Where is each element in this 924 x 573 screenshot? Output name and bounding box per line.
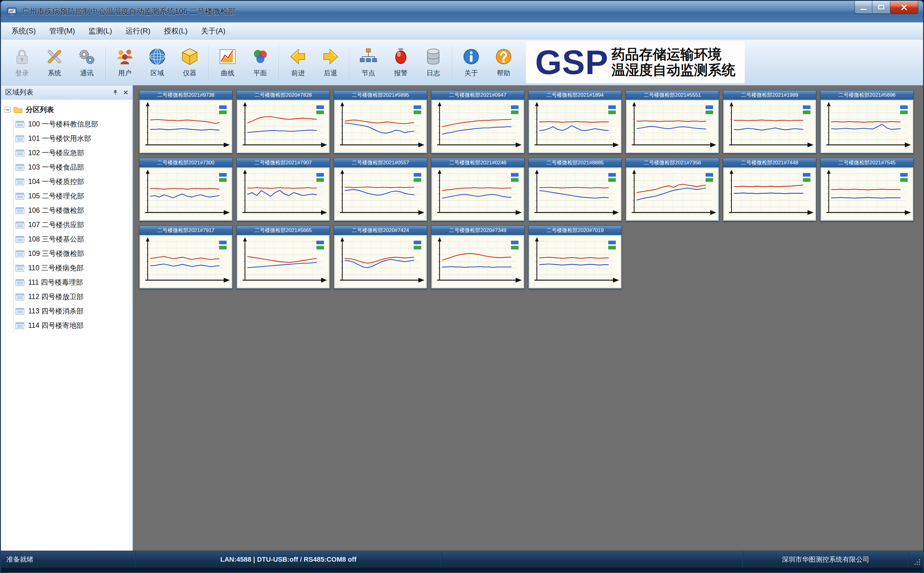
tree-item-label: 105 二号楼理化部 [28, 191, 84, 201]
toolbar-button-用户[interactable]: 用户 [109, 41, 141, 83]
chart-panel[interactable]: 二号楼微检部2021#7907 [237, 158, 330, 221]
tree-item[interactable]: 114 四号楼寄地部 [15, 318, 130, 333]
status-company: 深圳市华图测控系统有限公司 [743, 551, 908, 568]
menu-item[interactable]: 管理(M) [42, 23, 82, 39]
pin-icon[interactable] [113, 90, 118, 95]
chart-panel[interactable]: 二号楼微检部2021#0557 [334, 158, 427, 221]
device-icon [15, 279, 25, 286]
chart-panel[interactable]: 二号楼微检部2021#7356 [626, 158, 719, 221]
menu-bar: 系统(S)管理(M)监测(L)运行(R)授权(L)关于(A) [1, 22, 923, 39]
chart-panel[interactable]: 二号楼微检部2021#7300 [139, 158, 233, 221]
toolbar-button-曲线[interactable]: 曲线 [211, 41, 244, 83]
chart-panel[interactable]: 二号楼微检部2021#8885 [528, 158, 622, 221]
toolbar-button-日志[interactable]: 日志 [417, 41, 450, 83]
panel-title: 二号楼微检部2021#0557 [334, 158, 427, 168]
tree-item-label: 103 一号楼食品部 [28, 163, 84, 172]
toolbar-button-系统[interactable]: 系统 [38, 41, 71, 83]
panel-chart [237, 168, 329, 220]
sidebar-header: 区域列表 [1, 85, 133, 99]
panel-chart [821, 100, 913, 152]
tree-item[interactable]: 111 四号楼毒理部 [15, 275, 130, 290]
menu-item[interactable]: 系统(S) [5, 23, 42, 39]
plane-icon [250, 47, 270, 66]
tree-item[interactable]: 102 一号楼应急部 [15, 146, 130, 160]
chart-panel[interactable]: 二号楼微检部2021#7545 [820, 158, 914, 221]
toolbar-button-报警[interactable]: 报警 [385, 41, 417, 83]
comm-icon [77, 47, 97, 66]
collapse-icon[interactable] [5, 107, 10, 113]
tree-item-label: 102 一号楼应急部 [28, 148, 84, 158]
maximize-button[interactable] [872, 1, 890, 14]
toolbar-button-区域[interactable]: 区域 [141, 41, 173, 83]
chart-panel[interactable]: 二号楼微检部2020#7828 [237, 90, 330, 153]
panel-chart [237, 236, 329, 288]
tree-item[interactable]: 103 一号楼食品部 [15, 160, 130, 174]
tree-item[interactable]: 100 一号楼科教信息部 [15, 117, 130, 131]
toolbar-button-帮助[interactable]: 帮助 [487, 41, 520, 83]
chart-panel[interactable]: 二号楼微检部2021#9738 [139, 90, 233, 153]
toolbar-button-label: 仪器 [183, 69, 197, 78]
toolbar-separator [208, 46, 209, 78]
panel-title: 二号楼微检部2021#5696 [821, 91, 913, 100]
chart-panel[interactable]: 二号楼微检部2021#5696 [820, 90, 914, 153]
sidebar-title: 区域列表 [5, 88, 33, 97]
window-title: 广州市疾病预防控制中心温湿度自动监测系统106 二号楼微检部 [22, 6, 236, 17]
tree-item[interactable]: 110 三号楼病免部 [15, 261, 130, 275]
toolbar-button-前进[interactable]: 前进 [282, 41, 314, 83]
menu-item[interactable]: 运行(R) [119, 23, 157, 39]
lock-icon [12, 47, 32, 66]
menu-item[interactable]: 监测(L) [82, 23, 119, 39]
chart-panel[interactable]: 二号楼微检部2020#7349 [431, 225, 524, 289]
tree-item[interactable]: 108 三号楼基公部 [15, 232, 130, 246]
device-icon [15, 178, 25, 185]
tree-item[interactable]: 106 二号楼微检部 [15, 203, 130, 218]
toolbar-button-平面[interactable]: 平面 [244, 41, 276, 83]
app-window: 广州市疾病预防控制中心温湿度自动监测系统106 二号楼微检部 系统(S)管理(M… [0, 0, 924, 573]
tree-item[interactable]: 101 一号楼饮用水部 [15, 131, 130, 146]
panel-chart [529, 236, 621, 288]
toolbar-button-label: 用户 [118, 69, 131, 78]
chart-panel[interactable]: 二号楼微检部2021#5665 [237, 225, 330, 289]
close-panel-icon[interactable] [123, 90, 128, 95]
chart-panel[interactable]: 二号楼微检部2021#1894 [528, 90, 622, 153]
panel-title: 二号楼微检部2021#7356 [626, 158, 719, 168]
panel-chart [140, 168, 232, 220]
toolbar-button-后退[interactable]: 后退 [314, 41, 346, 83]
tree-item[interactable]: 109 三号楼微检部 [15, 246, 130, 261]
tree-item[interactable]: 113 四号楼消杀部 [15, 304, 130, 318]
chart-panel[interactable]: 二号楼微检部2021#1989 [723, 90, 816, 153]
menu-item[interactable]: 关于(A) [194, 23, 232, 39]
panel-title: 二号楼微检部2021#7907 [237, 158, 329, 168]
window-bottom-border [1, 568, 923, 572]
tree-item[interactable]: 105 二号楼理化部 [15, 189, 130, 203]
gsp-logo-line1: 药品存储运输环境 [612, 47, 735, 62]
chart-panel[interactable]: 二号楼微检部2021#7917 [139, 225, 233, 289]
resize-grip[interactable] [908, 551, 923, 568]
chart-panel[interactable]: 二号楼微检部2021#5551 [626, 90, 719, 153]
close-button[interactable] [890, 1, 918, 14]
tree-root[interactable]: 分区列表 [4, 104, 130, 117]
chart-panel[interactable]: 二号楼微检部2020#7424 [334, 225, 427, 289]
chart-panel[interactable]: 二号楼微检部2020#7019 [528, 225, 622, 289]
tree-item[interactable]: 104 一号楼质控部 [15, 174, 130, 189]
tree-item-label: 108 三号楼基公部 [28, 235, 84, 244]
tree-item-label: 104 一号楼质控部 [28, 177, 84, 186]
chart-panel[interactable]: 二号楼微检部2021#5895 [334, 90, 427, 153]
tree-item[interactable]: 112 四号楼放卫部 [15, 290, 130, 304]
device-icon [15, 164, 25, 171]
toolbar-button-仪器[interactable]: 仪器 [173, 41, 206, 83]
gsp-logo-line2: 温湿度自动监测系统 [612, 63, 735, 78]
panel-chart [335, 100, 426, 152]
menu-item[interactable]: 授权(L) [157, 23, 194, 39]
tree-item-label: 113 四号楼消杀部 [28, 306, 84, 316]
toolbar-button-关于[interactable]: 关于 [455, 41, 487, 83]
minimize-button[interactable] [855, 1, 872, 14]
device-icon [15, 265, 25, 272]
toolbar-button-节点[interactable]: 节点 [352, 41, 385, 83]
toolbar-button-通讯[interactable]: 通讯 [71, 41, 103, 83]
chart-panel[interactable]: 二号楼微检部2021#0947 [431, 90, 524, 153]
chart-panel[interactable]: 二号楼微检部2021#0246 [431, 158, 524, 221]
toolbar-button-登录[interactable]: 登录 [6, 41, 38, 83]
tree-item[interactable]: 107 二号楼供应部 [15, 218, 130, 232]
chart-panel[interactable]: 二号楼微检部2021#7448 [723, 158, 816, 221]
